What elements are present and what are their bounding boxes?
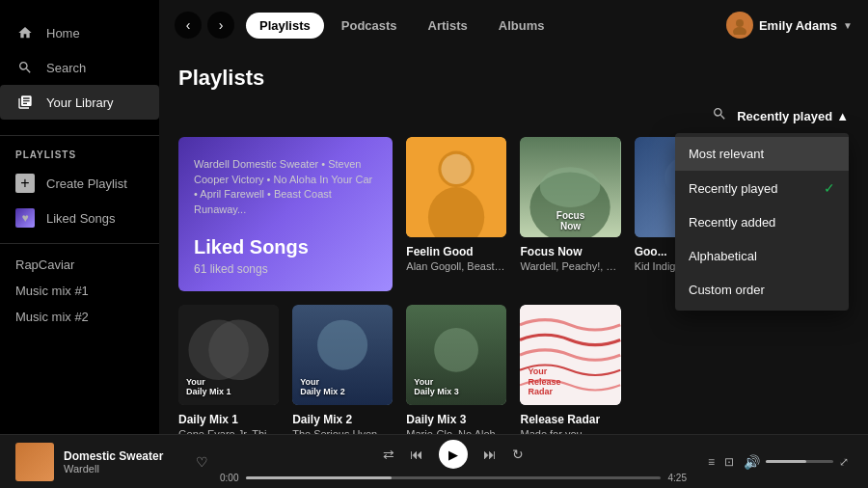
sidebar-home-label: Home	[46, 26, 80, 41]
volume-icon: 🔊	[744, 454, 760, 470]
feelin-good-title: Feelin Good	[406, 245, 506, 258]
liked-songs-icon: ♥	[15, 208, 35, 228]
focus-now-title: Focus Now	[520, 245, 620, 258]
home-icon	[15, 23, 35, 42]
daily-mix-3-image: YourDaily Mix 3	[406, 305, 506, 405]
playlist-card-daily-mix-3[interactable]: YourDaily Mix 3 Daily Mix 3 Marie-Clo, N…	[406, 305, 506, 434]
svg-point-21	[434, 328, 478, 372]
playlist-card-daily-mix-1[interactable]: YourDaily Mix 1 Daily Mix 1 Gene Evaro J…	[178, 305, 279, 434]
now-playing: Domestic Sweater Wardell ♡	[15, 443, 208, 481]
play-pause-button[interactable]: ▶	[439, 440, 468, 469]
forward-button[interactable]: ›	[207, 12, 234, 39]
daily-mix-3-subtitle: Marie-Clo, No Aloha, Steven Cooper...	[406, 428, 506, 434]
daily-mix-2-subtitle: The Serious Hyenas, Lo Zo, Cilantro...	[292, 428, 393, 434]
track-title: Domestic Sweater	[64, 449, 180, 463]
shuffle-button[interactable]: ⇄	[383, 447, 394, 462]
focus-now-image: Focus Now	[520, 137, 620, 237]
volume-fill	[766, 460, 806, 463]
dropdown-label-alphabetical: Alphabetical	[689, 249, 757, 263]
now-playing-thumbnail	[15, 443, 54, 481]
liked-songs-title: Liked Songs	[194, 236, 377, 258]
sidebar-item-search[interactable]: Search	[0, 50, 159, 85]
liked-songs-card[interactable]: Wardell Domestic Sweater • Steven Cooper…	[178, 137, 393, 291]
sidebar-divider	[0, 135, 159, 136]
svg-point-6	[442, 154, 472, 184]
volume-area: ≡ ⊡ 🔊 ⤢	[698, 454, 853, 470]
tab-podcasts[interactable]: Podcasts	[328, 13, 411, 39]
create-playlist-button[interactable]: + Create Playlist	[0, 166, 159, 201]
now-playing-info: Domestic Sweater Wardell	[64, 449, 180, 474]
sort-header: Recently played ▲ Most relevant Recently…	[178, 106, 849, 125]
top-bar: ‹ › Playlists Podcasts Artists Albums Em…	[159, 0, 868, 50]
liked-songs-count: 61 liked songs	[194, 262, 377, 276]
playlist-card-focus-now[interactable]: Focus Now Focus Now Wardell, Peachy!, Da…	[520, 137, 620, 291]
fullscreen-icon[interactable]: ⤢	[839, 455, 849, 469]
sort-label: Recently played	[737, 109, 832, 123]
dropdown-item-custom-order[interactable]: Custom order	[675, 273, 849, 307]
daily-mix-1-title: Daily Mix 1	[178, 413, 279, 426]
tab-albums[interactable]: Albums	[485, 13, 558, 39]
daily-mix-1-subtitle: Gene Evaro Jr, Thifany Kauany, April...	[178, 428, 279, 434]
library-icon	[15, 93, 35, 112]
main-content: ‹ › Playlists Podcasts Artists Albums Em…	[159, 0, 868, 434]
svg-point-9	[540, 167, 601, 207]
release-radar-title: Release Radar	[520, 413, 620, 426]
sidebar: Home Search Your Library PLAYLISTS + Cre…	[0, 0, 159, 434]
page-title: Playlists	[178, 66, 849, 91]
tab-group: Playlists Podcasts Artists Albums	[246, 13, 557, 39]
dropdown-item-most-relevant[interactable]: Most relevant	[675, 137, 849, 171]
control-buttons: ⇄ ⏮ ▶ ⏭ ↻	[383, 440, 524, 469]
repeat-button[interactable]: ↻	[512, 447, 524, 462]
back-button[interactable]: ‹	[175, 12, 202, 39]
release-radar-image: YourReleaseRadar	[520, 305, 620, 405]
devices-icon[interactable]: ⊡	[724, 455, 734, 469]
user-name: Emily Adams	[759, 18, 837, 33]
time-total: 4:25	[668, 473, 687, 483]
dropdown-label-most-relevant: Most relevant	[689, 147, 764, 161]
dropdown-label-recently-played: Recently played	[689, 181, 778, 196]
bottom-bar: Domestic Sweater Wardell ♡ ⇄ ⏮ ▶ ⏭ ↻ 0:0…	[0, 434, 868, 488]
svg-point-19	[317, 320, 367, 370]
daily-mix-1-image: YourDaily Mix 1	[178, 305, 279, 405]
next-button[interactable]: ⏭	[483, 447, 497, 462]
previous-button[interactable]: ⏮	[410, 447, 423, 462]
tab-artists[interactable]: Artists	[415, 13, 481, 39]
liked-songs-label: Liked Songs	[46, 211, 116, 226]
liked-songs-item[interactable]: ♥ Liked Songs	[0, 201, 159, 235]
sidebar-search-label: Search	[46, 61, 86, 75]
plus-icon: +	[15, 174, 35, 193]
content-area: Playlists Recently played ▲ Most relevan…	[159, 50, 868, 434]
track-artist: Wardell	[64, 463, 180, 474]
sidebar-item-home[interactable]: Home	[0, 15, 159, 50]
sort-dropdown: Most relevant Recently played ✓ Recently…	[675, 133, 849, 311]
sort-button[interactable]: Recently played ▲	[737, 109, 849, 123]
playlist-card-daily-mix-2[interactable]: YourDaily Mix 2 Daily Mix 2 The Serious …	[292, 305, 393, 434]
playlists-section-label: PLAYLISTS	[0, 144, 159, 166]
tab-playlists[interactable]: Playlists	[246, 13, 324, 39]
daily-mix-2-image: YourDaily Mix 2	[292, 305, 393, 405]
sidebar-item-library[interactable]: Your Library	[0, 85, 159, 120]
progress-fill	[246, 476, 391, 479]
content-search-button[interactable]	[712, 106, 727, 125]
queue-icon[interactable]: ≡	[708, 455, 715, 469]
dropdown-item-recently-played[interactable]: Recently played ✓	[675, 171, 849, 205]
create-playlist-label: Create Playlist	[46, 176, 127, 191]
sidebar-divider-2	[0, 243, 159, 244]
daily-mix-3-title: Daily Mix 3	[406, 413, 506, 426]
volume-slider[interactable]	[766, 460, 833, 463]
sort-arrow-icon: ▲	[836, 109, 849, 123]
sidebar-playlist-rapcaviar[interactable]: RapCaviar	[0, 252, 159, 278]
playlist-card-release-radar[interactable]: YourReleaseRadar Release Radar Made for …	[520, 305, 620, 434]
sidebar-playlist-music2[interactable]: Music mix #2	[0, 304, 159, 330]
dropdown-item-alphabetical[interactable]: Alphabetical	[675, 239, 849, 273]
playlist-card-feelin-good[interactable]: Feelin Good Alan Gogoll, Beast Coast, Ir…	[406, 137, 506, 291]
focus-now-subtitle: Wardell, Peachy!, Daniela Picciau...	[520, 260, 620, 272]
progress-track[interactable]	[246, 476, 660, 479]
sidebar-playlist-music1[interactable]: Music mix #1	[0, 278, 159, 304]
feelin-good-subtitle: Alan Gogoll, Beast Coast, Ira Wolf...	[406, 260, 506, 272]
dropdown-item-recently-added[interactable]: Recently added	[675, 205, 849, 239]
user-menu[interactable]: Emily Adams ▼	[726, 12, 853, 39]
heart-icon[interactable]: ♡	[196, 454, 208, 470]
search-nav-icon	[15, 58, 35, 77]
sidebar-nav: Home Search Your Library	[0, 8, 159, 127]
